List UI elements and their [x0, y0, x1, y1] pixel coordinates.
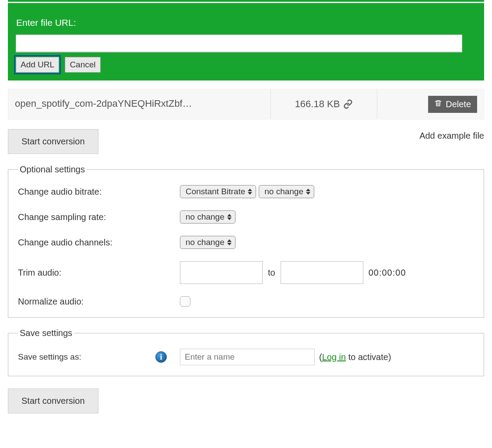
- start-conversion-button-bottom[interactable]: Start conversion: [8, 388, 98, 413]
- file-row: open_spotify_com-2dpaYNEQHiRxtZbf… 166.1…: [8, 89, 484, 119]
- normalize-label: Normalize audio:: [18, 297, 180, 307]
- bitrate-mode-select[interactable]: Constant Bitrate: [180, 185, 256, 198]
- svg-marker-2: [306, 189, 310, 191]
- login-note: (Log in to activate): [319, 352, 391, 362]
- save-settings-fieldset: Save settings Save settings as: i (Log i…: [8, 328, 484, 376]
- save-row: Save settings as: i (Log in to activate): [18, 349, 474, 365]
- svg-marker-0: [248, 189, 252, 191]
- svg-marker-7: [227, 243, 232, 245]
- channels-label: Change audio channels:: [18, 238, 180, 248]
- optional-settings-fieldset: Optional settings Change audio bitrate: …: [8, 164, 484, 318]
- chevron-updown-icon: [306, 189, 310, 195]
- svg-marker-5: [227, 217, 232, 220]
- trim-to-text: to: [268, 268, 275, 278]
- sampling-row: Change sampling rate: no change: [18, 210, 474, 224]
- svg-marker-3: [306, 192, 310, 195]
- cancel-button[interactable]: Cancel: [65, 57, 100, 73]
- svg-marker-6: [227, 239, 232, 242]
- activate-text: to activate): [346, 352, 391, 362]
- sampling-select[interactable]: no change: [180, 210, 235, 224]
- sampling-label: Change sampling rate:: [18, 212, 180, 222]
- add-url-button[interactable]: Add URL: [16, 57, 59, 73]
- delete-button[interactable]: Delete: [428, 96, 477, 113]
- bitrate-value-select[interactable]: no change: [259, 185, 314, 198]
- bitrate-label: Change audio bitrate:: [18, 187, 180, 197]
- file-size-text: 166.18 KB: [295, 98, 340, 110]
- save-label: Save settings as:: [18, 352, 155, 362]
- settings-name-input[interactable]: [180, 349, 315, 365]
- url-input[interactable]: [16, 35, 462, 52]
- normalize-row: Normalize audio:: [18, 296, 474, 307]
- login-link[interactable]: Log in: [322, 352, 346, 362]
- link-icon: [343, 99, 353, 109]
- trim-end-input[interactable]: [281, 261, 363, 284]
- chevron-updown-icon: [227, 214, 232, 220]
- bitrate-row: Change audio bitrate: Constant Bitrate n…: [18, 185, 474, 198]
- channels-row: Change audio channels: no change: [18, 236, 474, 249]
- channels-select[interactable]: no change: [180, 236, 235, 249]
- file-name: open_spotify_com-2dpaYNEQHiRxtZbf…: [8, 89, 271, 119]
- trash-icon: [434, 99, 442, 109]
- url-label: Enter file URL:: [16, 18, 476, 28]
- start-conversion-button-top[interactable]: Start conversion: [8, 129, 98, 154]
- svg-marker-1: [248, 192, 252, 195]
- trim-start-input[interactable]: [180, 261, 263, 284]
- add-example-file-link[interactable]: Add example file: [419, 131, 484, 141]
- chevron-updown-icon: [248, 189, 252, 195]
- trim-duration: 00:00:00: [369, 268, 406, 278]
- delete-label: Delete: [446, 99, 471, 109]
- chevron-updown-icon: [227, 239, 232, 245]
- save-settings-legend: Save settings: [18, 328, 74, 338]
- file-size-cell: 166.18 KB: [271, 89, 377, 119]
- normalize-checkbox[interactable]: [180, 296, 190, 307]
- optional-settings-legend: Optional settings: [18, 164, 87, 175]
- top-bar: [8, 0, 484, 2]
- svg-marker-4: [227, 214, 232, 217]
- info-icon[interactable]: i: [155, 351, 167, 363]
- trim-row: Trim audio: to 00:00:00: [18, 261, 474, 284]
- trim-label: Trim audio:: [18, 268, 180, 278]
- url-entry-panel: Enter file URL: Add URL Cancel: [8, 3, 484, 80]
